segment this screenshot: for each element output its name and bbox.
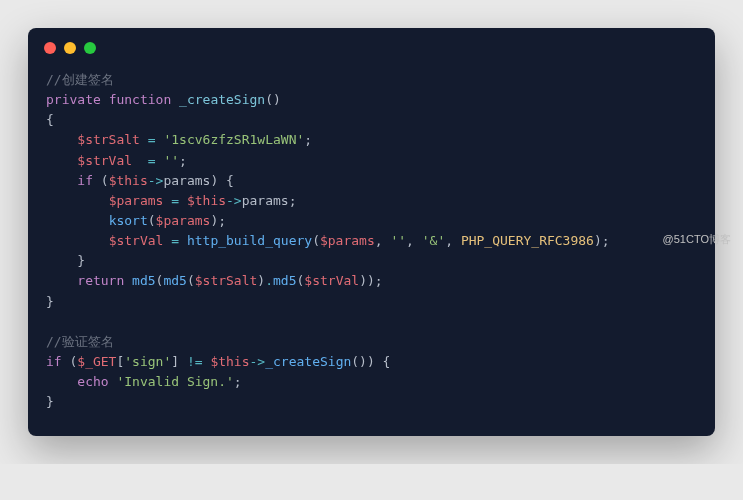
close-icon[interactable]: [44, 42, 56, 54]
keyword-function: function: [109, 92, 172, 107]
function-name: _createSign: [179, 92, 265, 107]
titlebar: [28, 28, 715, 56]
function-call: http_build_query: [187, 233, 312, 248]
keyword-echo: echo: [77, 374, 108, 389]
punct: ));: [359, 273, 382, 288]
keyword-if: if: [46, 354, 62, 369]
string: '': [163, 153, 179, 168]
operator: ->: [148, 173, 164, 188]
keyword-private: private: [46, 92, 101, 107]
punct: (: [312, 233, 320, 248]
string: 'Invalid Sign.': [116, 374, 233, 389]
string: '&': [422, 233, 445, 248]
string: '1scv6zfzSR1wLaWN': [163, 132, 304, 147]
brace: }: [46, 394, 54, 409]
operator: ->: [250, 354, 266, 369]
function-call: md5: [163, 273, 186, 288]
function-call: _createSign: [265, 354, 351, 369]
brace: {: [46, 112, 54, 127]
code-block: //创建签名 private function _createSign() { …: [28, 56, 715, 436]
brace: }: [46, 294, 54, 309]
variable: $strVal: [304, 273, 359, 288]
property: params: [242, 193, 289, 208]
variable: $strSalt: [195, 273, 258, 288]
operator: =: [171, 193, 179, 208]
function-call: md5: [132, 273, 155, 288]
variable: $params: [109, 193, 164, 208]
variable: $_GET: [77, 354, 116, 369]
variable: $params: [320, 233, 375, 248]
constant: PHP_QUERY_RFC3986: [461, 233, 594, 248]
variable: $strSalt: [77, 132, 140, 147]
operator: =: [148, 132, 156, 147]
operator: =: [148, 153, 156, 168]
punct: ,: [375, 233, 391, 248]
punct: ;: [179, 153, 187, 168]
variable: $strVal: [77, 153, 132, 168]
punct: );: [594, 233, 610, 248]
punct: (: [148, 213, 156, 228]
comment: //验证签名: [46, 334, 114, 349]
punct: ;: [234, 374, 242, 389]
string: '': [390, 233, 406, 248]
punct: (: [101, 173, 109, 188]
operator: !=: [187, 354, 203, 369]
punct: ,: [406, 233, 422, 248]
punct: (): [265, 92, 281, 107]
punct: ]: [171, 354, 187, 369]
minimize-icon[interactable]: [64, 42, 76, 54]
function-call: ksort: [109, 213, 148, 228]
operator: =: [171, 233, 179, 248]
operator: .: [265, 273, 273, 288]
variable: $this: [187, 193, 226, 208]
keyword-return: return: [77, 273, 124, 288]
punct: ): [257, 273, 265, 288]
comment: //创建签名: [46, 72, 114, 87]
maximize-icon[interactable]: [84, 42, 96, 54]
keyword-if: if: [77, 173, 93, 188]
variable: $strVal: [109, 233, 164, 248]
punct: (: [187, 273, 195, 288]
property: params: [163, 173, 210, 188]
terminal-window: //创建签名 private function _createSign() { …: [28, 28, 715, 436]
variable: $this: [109, 173, 148, 188]
operator: ->: [226, 193, 242, 208]
variable: $this: [210, 354, 249, 369]
watermark: @51CTO博客: [663, 232, 731, 247]
punct: ) {: [210, 173, 233, 188]
punct: ;: [304, 132, 312, 147]
function-call: md5: [273, 273, 296, 288]
string: 'sign': [124, 354, 171, 369]
variable: $params: [156, 213, 211, 228]
brace: }: [77, 253, 85, 268]
punct: ()) {: [351, 354, 390, 369]
punct: );: [210, 213, 226, 228]
punct: ,: [445, 233, 461, 248]
punct: ;: [289, 193, 297, 208]
